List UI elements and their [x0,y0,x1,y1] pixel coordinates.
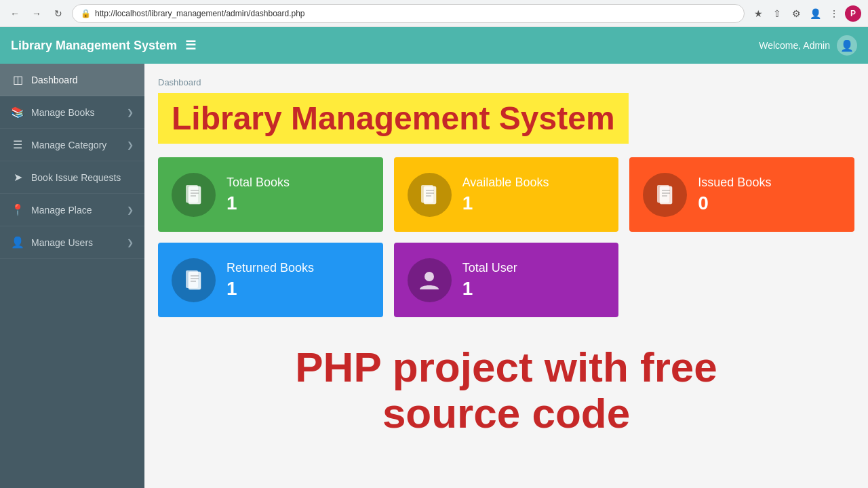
sidebar-item-dashboard[interactable]: ◫ Dashboard [0,64,144,96]
returned-books-value: 1 [226,278,314,300]
issued-books-text: Issued Books 0 [698,176,771,214]
stats-grid-row1: Total Books 1 [158,157,854,232]
returned-books-label: Returned Books [226,261,314,275]
bookmark-icon[interactable]: ★ [750,5,766,22]
total-books-label: Total Books [226,176,290,190]
total-user-label: Total User [462,261,517,275]
profile-icon[interactable]: 👤 [807,5,823,22]
user-avatar-icon[interactable]: 👤 [837,35,857,56]
chevron-right-icon-users: ❯ [127,238,134,247]
share-icon[interactable]: ⇧ [769,5,785,22]
sidebar-label-book-issue: Book Issue Requests [31,172,121,183]
chevron-right-icon-place: ❯ [127,205,134,215]
total-books-value: 1 [226,192,290,214]
sidebar-item-manage-books[interactable]: 📚 Manage Books ❯ [0,96,144,129]
issue-icon: ➤ [11,171,24,184]
returned-books-icon [172,258,216,302]
category-icon: ☰ [11,138,24,151]
sidebar-item-book-issue-requests[interactable]: ➤ Book Issue Requests [0,161,144,194]
menu-icon[interactable]: ⋮ [826,5,842,22]
dashboard-icon: ◫ [11,73,24,86]
sidebar-item-manage-category-left: ☰ Manage Category [11,138,106,151]
users-icon: 👤 [11,236,24,249]
issued-books-icon [643,173,687,217]
issued-books-label: Issued Books [698,176,771,190]
total-books-icon [172,173,216,217]
back-button[interactable]: ← [7,5,23,22]
extensions-icon[interactable]: ⚙ [788,5,804,22]
stats-empty-cell [629,243,854,317]
svg-point-20 [425,272,434,281]
sidebar-item-dashboard-left: ◫ Dashboard [11,73,78,86]
browser-chrome: ← → ↻ 🔒 http://localhost/library_managem… [0,0,868,27]
sidebar-item-manage-place-left: 📍 Manage Place [11,203,92,216]
navbar-brand: Library Management System ☰ [11,38,196,53]
total-user-value: 1 [462,278,517,300]
content-area: Dashboard Library Management System [144,64,868,488]
sidebar-item-manage-category[interactable]: ☰ Manage Category ❯ [0,129,144,161]
app-container: Library Management System ☰ Welcome, Adm… [0,27,868,488]
returned-books-text: Returned Books 1 [226,261,314,300]
sidebar-label-manage-books: Manage Books [31,107,94,118]
main-layout: ◫ Dashboard 📚 Manage Books ❯ ☰ Manage Ca… [0,64,868,488]
lock-icon: 🔒 [81,9,91,18]
hamburger-icon[interactable]: ☰ [185,38,196,53]
php-text-line1: PHP project with free [158,344,854,390]
php-footer-text: PHP project with free source code [158,331,854,436]
welcome-text: Welcome, Admin [759,40,830,51]
title-bar: Library Management System [158,93,629,144]
total-user-icon [408,258,452,302]
available-books-text: Available Books 1 [462,176,549,214]
total-books-text: Total Books 1 [226,176,290,214]
brand-title: Library Management System [11,39,177,53]
available-books-value: 1 [462,192,549,214]
available-books-icon [408,173,452,217]
stat-card-total-books: Total Books 1 [158,157,383,232]
php-text-line2: source code [158,390,854,436]
sidebar: ◫ Dashboard 📚 Manage Books ❯ ☰ Manage Ca… [0,64,144,488]
sidebar-item-manage-place[interactable]: 📍 Manage Place ❯ [0,194,144,226]
chevron-right-icon: ❯ [127,108,134,117]
top-navbar: Library Management System ☰ Welcome, Adm… [0,27,868,64]
sidebar-label-dashboard: Dashboard [31,75,78,85]
sidebar-item-book-issue-left: ➤ Book Issue Requests [11,171,121,184]
svg-rect-6 [424,186,436,204]
url-bar[interactable]: 🔒 http://localhost/library_management/ad… [72,4,745,23]
browser-actions: ★ ⇧ ⚙ 👤 ⋮ P [750,5,861,22]
url-text: http://localhost/library_management/admi… [95,9,305,18]
svg-rect-11 [660,186,672,204]
stat-card-total-user: Total User 1 [394,243,619,317]
sidebar-item-manage-users[interactable]: 👤 Manage Users ❯ [0,226,144,259]
stat-card-returned-books: Returned Books 1 [158,243,383,317]
sidebar-label-manage-place: Manage Place [31,205,92,216]
svg-rect-1 [189,186,201,204]
stats-grid-row2: Returned Books 1 Total User 1 [158,243,854,317]
stat-card-issued-books: Issued Books 0 [629,157,854,232]
place-icon: 📍 [11,203,24,216]
navbar-right: Welcome, Admin 👤 [759,35,857,56]
breadcrumb: Dashboard [158,77,854,87]
sidebar-label-manage-category: Manage Category [31,140,106,150]
books-icon: 📚 [11,106,24,119]
sidebar-item-manage-users-left: 👤 Manage Users [11,236,93,249]
user-profile-circle[interactable]: P [845,5,861,22]
svg-rect-16 [189,272,201,289]
sidebar-item-manage-books-left: 📚 Manage Books [11,106,94,119]
sidebar-label-manage-users: Manage Users [31,237,93,248]
total-user-text: Total User 1 [462,261,517,300]
issued-books-value: 0 [698,192,771,214]
available-books-label: Available Books [462,176,549,190]
stat-card-available-books: Available Books 1 [394,157,619,232]
chevron-right-icon-category: ❯ [127,140,134,150]
forward-button[interactable]: → [28,5,45,22]
page-title: Library Management System [172,100,615,137]
breadcrumb-text: Dashboard [158,77,201,87]
refresh-button[interactable]: ↻ [50,5,66,22]
